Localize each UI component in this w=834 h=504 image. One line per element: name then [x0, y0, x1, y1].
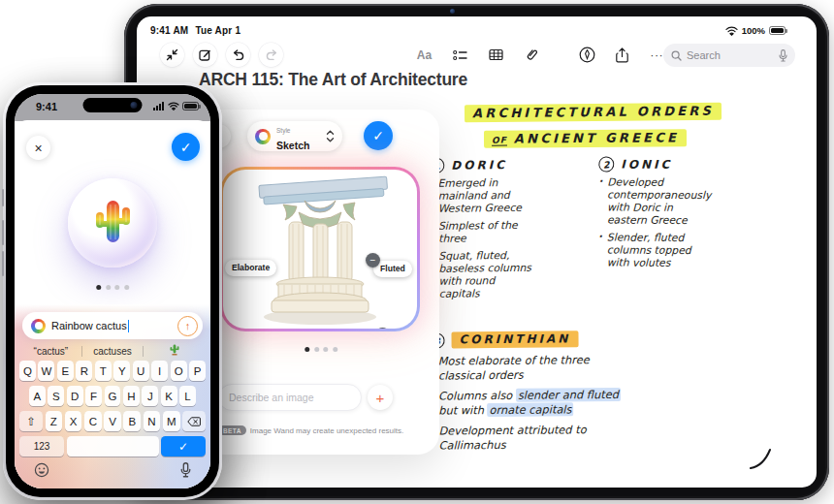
battery-icon [769, 26, 786, 35]
undo-icon[interactable] [226, 43, 250, 67]
keyboard-row-4: 123 ✓ [19, 436, 206, 457]
emoji-icon[interactable] [34, 462, 49, 478]
style-selector[interactable]: StyleSketch [247, 121, 342, 151]
corinthian-bullet: Development attributed to Callimachus [430, 422, 788, 454]
space-key[interactable] [67, 436, 159, 457]
key[interactable]: X [65, 411, 82, 431]
add-icon[interactable]: + [368, 385, 393, 410]
ipad-toolbar-left [160, 43, 283, 67]
page-dots[interactable] [305, 347, 337, 352]
key[interactable]: F [85, 386, 102, 406]
format-icon[interactable]: Aa [412, 43, 436, 67]
ipad-status-bar: 9:41 AMTue Apr 1 [150, 25, 247, 36]
key[interactable]: M [163, 411, 180, 431]
backspace-key[interactable] [182, 411, 206, 431]
suggestion-word[interactable]: cactuses [82, 346, 144, 357]
key[interactable]: A [29, 386, 46, 406]
phone-status-bar: 9:41 [15, 94, 210, 121]
notes-heading-2: OFANCIENT GREECE [484, 127, 687, 146]
text-cursor [128, 320, 130, 332]
key[interactable]: E [57, 361, 74, 381]
page-dots[interactable] [96, 285, 129, 290]
image-wand-popup: × StyleSketch ✓ [203, 110, 439, 455]
redo-icon[interactable] [259, 43, 283, 67]
minus-icon[interactable]: − [366, 253, 380, 268]
table-icon[interactable] [484, 43, 508, 67]
phone-status-icons [153, 102, 199, 110]
key[interactable]: T [95, 361, 112, 381]
key[interactable]: H [123, 386, 140, 406]
shift-key[interactable]: ⇧ [19, 411, 43, 431]
signal-icon [153, 102, 164, 110]
suggestion-bar: “cactus” cactuses [20, 343, 205, 359]
suggestion-cactus-emoji[interactable] [144, 344, 205, 358]
beta-badge: BETA [218, 425, 246, 435]
key[interactable]: I [151, 361, 168, 381]
ipad-date: Tue Apr 1 [195, 25, 241, 36]
genmoji-preview-bubble [68, 178, 157, 268]
key[interactable]: U [133, 361, 149, 381]
prompt-input[interactable]: Rainbow cactus ↑ [22, 312, 203, 339]
key[interactable]: B [123, 411, 141, 431]
send-up-icon[interactable]: ↑ [177, 316, 198, 336]
close-icon[interactable]: × [26, 136, 50, 160]
ipad-device: 9:41 AMTue Apr 1 100% [124, 4, 829, 500]
key[interactable]: L [179, 386, 196, 406]
key[interactable]: C [84, 411, 102, 431]
minimize-icon[interactable] [160, 43, 184, 67]
key[interactable]: Q [19, 361, 36, 381]
notes-heading-1: ARCHITECTURAL ORDERS [465, 101, 722, 122]
ipad-clock: 9:41 AM [150, 25, 188, 36]
return-key[interactable]: ✓ [161, 436, 206, 457]
chip-elaborate[interactable]: Elaborate [225, 260, 276, 276]
key[interactable]: W [38, 361, 54, 381]
attachment-icon[interactable] [520, 43, 544, 67]
keyboard-bottom-bar [34, 459, 191, 481]
search-input[interactable]: Search [663, 44, 795, 67]
key[interactable]: J [142, 386, 158, 406]
corinthian-section: 3CORINTHIAN Most elaborate of the three … [429, 329, 788, 454]
share-icon[interactable] [610, 43, 634, 67]
beta-text: Image Wand may create unexpected results… [250, 426, 403, 435]
key[interactable]: N [144, 411, 161, 431]
compose-icon[interactable] [193, 43, 217, 67]
ionic-section: 2IONIC Developed contemporaneously with … [598, 156, 789, 270]
wifi-icon [725, 26, 738, 36]
doric-bullet: Squat, fluted, baseless columns with rou… [430, 249, 595, 301]
ipad-screen: 9:41 AMTue Apr 1 100% [137, 16, 817, 488]
action-button [2, 189, 5, 206]
circled-number: 2 [598, 156, 616, 173]
ipad-toolbar-action-group: ··· [575, 43, 669, 67]
checklist-icon[interactable] [448, 43, 472, 67]
key[interactable]: G [105, 386, 121, 406]
key[interactable]: Z [46, 411, 63, 431]
confirm-check-icon[interactable]: ✓ [172, 133, 200, 161]
dictation-mic-icon[interactable] [779, 49, 787, 62]
stage: 9:41 AMTue Apr 1 100% [0, 0, 834, 504]
keyboard-row-1: Q W E R T Y U I O P [19, 361, 206, 381]
beta-disclaimer: BETA Image Wand may create unexpected re… [218, 425, 403, 435]
describe-image-input[interactable]: Describe an image [218, 384, 362, 411]
key[interactable]: R [76, 361, 92, 381]
doric-bullet: Emerged in mainland and Western Greece [429, 176, 593, 216]
markup-icon[interactable] [575, 43, 599, 67]
key[interactable]: S [48, 386, 64, 406]
generated-image-card[interactable]: Elaborate − Fluted Classical Greek Archi… [220, 167, 420, 331]
numbers-key[interactable]: 123 [19, 436, 64, 457]
key[interactable]: D [67, 386, 83, 406]
keyboard-area: Rainbow cactus ↑ “cactus” cactuses [15, 304, 210, 488]
confirm-check-icon[interactable]: ✓ [364, 121, 393, 150]
key[interactable]: Y [113, 361, 130, 381]
ionic-bullet: Slender, fluted columns topped with volu… [598, 232, 788, 270]
style-icon [255, 129, 271, 144]
key[interactable]: K [161, 386, 177, 406]
keyboard-row-2: A S D F G H J K L [29, 386, 196, 406]
key[interactable]: P [189, 361, 206, 381]
battery-percent: 100% [742, 25, 765, 36]
style-label: Style [276, 127, 290, 134]
wifi-icon [168, 102, 179, 110]
mic-icon[interactable] [180, 462, 191, 478]
key[interactable]: V [104, 411, 121, 431]
key[interactable]: O [171, 361, 187, 381]
suggestion-quoted[interactable]: “cactus” [20, 346, 81, 357]
